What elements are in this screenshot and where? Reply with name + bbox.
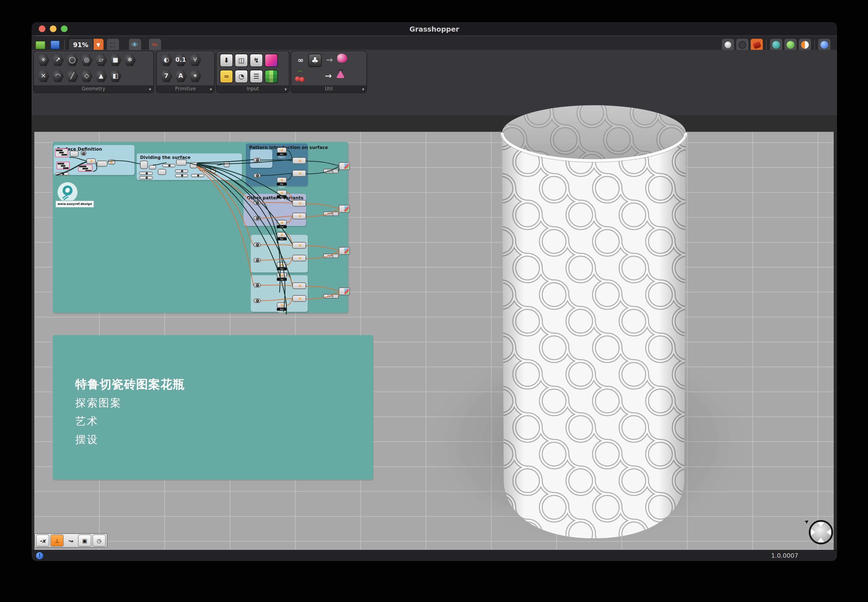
custom-preview-node[interactable]	[339, 205, 350, 213]
geometry-cluster-icon[interactable]: ✳	[37, 54, 50, 66]
panel-node[interactable]	[57, 162, 70, 169]
integer-icon[interactable]: 7	[160, 70, 173, 83]
zoom-extents-button[interactable]: ⛶	[107, 39, 119, 51]
preview-cone-button[interactable]	[722, 39, 734, 51]
pattern-cell-node[interactable]	[253, 258, 261, 263]
hide-names-button[interactable]: -x	[36, 534, 49, 547]
group-expand-icon[interactable]: ▾	[285, 87, 287, 92]
boolean-icon[interactable]: ◐	[160, 54, 173, 66]
colour-swatch-node[interactable]: Colour Swatch	[323, 212, 339, 216]
per-object-box-node[interactable]	[277, 177, 287, 183]
group-expand-icon[interactable]: ▾	[362, 87, 364, 92]
vector-icon[interactable]: ↗	[52, 54, 64, 66]
text-icon[interactable]: A	[174, 70, 187, 83]
list-length-node[interactable]	[199, 167, 206, 171]
box-icon[interactable]: ■	[109, 54, 122, 66]
box-morph-node[interactable]	[292, 295, 306, 302]
circle-icon[interactable]: ◯	[66, 54, 78, 66]
box-morph-node[interactable]	[292, 213, 306, 219]
per-object-box-node[interactable]	[277, 262, 287, 267]
star-icon[interactable]: ✶	[189, 70, 201, 83]
selected-preview-orange-button[interactable]	[799, 39, 811, 51]
per-object-box-node[interactable]	[277, 272, 287, 278]
sparkle-icon[interactable]: ◇	[80, 70, 93, 83]
custom-preview-node[interactable]	[339, 287, 350, 295]
srf-icon[interactable]: ◧	[109, 70, 122, 83]
segment-icon[interactable]: ╱	[66, 70, 78, 83]
graph-icon[interactable]: ↯	[250, 54, 263, 67]
preview-shaded-button[interactable]	[751, 39, 763, 51]
per-object-box-node[interactable]	[277, 303, 287, 308]
box-morph-node[interactable]	[292, 242, 306, 249]
segments-node[interactable]	[158, 169, 166, 175]
spiral-icon[interactable]: ◎	[80, 54, 93, 66]
preview-wireframe-button[interactable]	[736, 39, 748, 51]
box-morph-node[interactable]	[292, 200, 306, 207]
arc-icon[interactable]: ◠	[52, 70, 64, 83]
colour-swatch-node[interactable]: Colour Swatch	[323, 294, 339, 298]
per-object-box-node[interactable]	[277, 147, 287, 153]
point-node[interactable]	[70, 150, 78, 157]
alert-badge[interactable]: !	[36, 552, 43, 559]
pattern-cell-node[interactable]	[253, 174, 261, 178]
jump-icon[interactable]: →	[322, 70, 334, 82]
pattern-cell-node[interactable]	[253, 201, 261, 205]
domain2d-node[interactable]	[149, 165, 156, 169]
pattern-cell-node[interactable]	[253, 216, 261, 220]
list-item-node[interactable]	[224, 162, 230, 167]
zoom-dropdown-button[interactable]: ▼	[93, 39, 103, 51]
list-values-node[interactable]	[190, 162, 197, 168]
relay-icon[interactable]: →	[323, 54, 336, 66]
custom-preview-node[interactable]	[339, 247, 350, 255]
box-morph-node[interactable]	[292, 255, 306, 261]
plane-icon[interactable]: ▱	[95, 54, 107, 66]
number-slider[interactable]	[139, 176, 153, 180]
per-object-box-node[interactable]	[277, 190, 287, 195]
fancy-wires-button[interactable]: ↝	[65, 535, 77, 546]
save-file-button[interactable]	[49, 39, 61, 51]
number-slider[interactable]	[175, 174, 188, 177]
gear-node[interactable]	[81, 150, 86, 156]
number-slider[interactable]	[191, 174, 204, 177]
transform-node[interactable]	[97, 161, 107, 167]
loft-node[interactable]	[108, 160, 115, 164]
pattern-cell-node[interactable]	[253, 283, 261, 287]
box-morph-node[interactable]	[292, 157, 306, 164]
circle-node[interactable]	[86, 158, 96, 164]
selected-preview-green-button[interactable]	[784, 39, 797, 51]
colour-swatch-node[interactable]: Colour Swatch	[323, 253, 339, 258]
colour-swatch-node[interactable]: Colour Swatch	[323, 169, 339, 174]
result-node[interactable]	[210, 168, 216, 174]
tree-icon[interactable]: ♣	[308, 54, 322, 67]
box-morph-node[interactable]	[292, 283, 306, 289]
open-file-button[interactable]	[34, 39, 46, 51]
preview-quality-button[interactable]: ▣	[78, 534, 91, 547]
preview-eye-button[interactable]: 👁	[129, 39, 141, 51]
mesh-icon[interactable]: ❄	[123, 54, 136, 66]
node-group-other-variants[interactable]: Other pattern variants	[244, 194, 306, 226]
draw-wires-button[interactable]: ✎	[149, 39, 161, 51]
node-group-pattern-inner[interactable]	[250, 149, 272, 168]
number-icon[interactable]: 0.1	[174, 54, 187, 66]
per-object-box-node[interactable]	[277, 232, 287, 238]
draw-icons-button[interactable]: ⊥	[51, 534, 64, 547]
pattern-cell-node[interactable]	[253, 158, 261, 162]
sketch-icon[interactable]: ≈	[220, 70, 233, 83]
number-slider[interactable]	[139, 172, 153, 175]
spectacles-icon[interactable]: ∞	[294, 54, 307, 66]
box-morph-node[interactable]	[292, 170, 306, 177]
cross-icon[interactable]: ✕	[37, 70, 50, 83]
selected-preview-teal-button[interactable]	[770, 39, 782, 51]
grasshopper-canvas[interactable]: Surface DefinitionDividing the surfacePa…	[34, 132, 834, 556]
group-expand-icon[interactable]: ▾	[149, 87, 151, 92]
slider-icon[interactable]: ◫	[235, 54, 248, 67]
domain-stack-node[interactable]	[140, 161, 148, 169]
number-slider[interactable]	[162, 164, 175, 167]
swatch-icon[interactable]	[265, 70, 278, 83]
jellyfish-icon[interactable]	[337, 54, 347, 63]
galapagos-icon[interactable]	[336, 70, 345, 78]
per-object-box-node[interactable]	[277, 220, 287, 226]
knob-icon[interactable]: ◔	[235, 70, 248, 83]
gradient-icon[interactable]	[265, 54, 278, 67]
cone-icon[interactable]: ▲	[95, 70, 107, 83]
